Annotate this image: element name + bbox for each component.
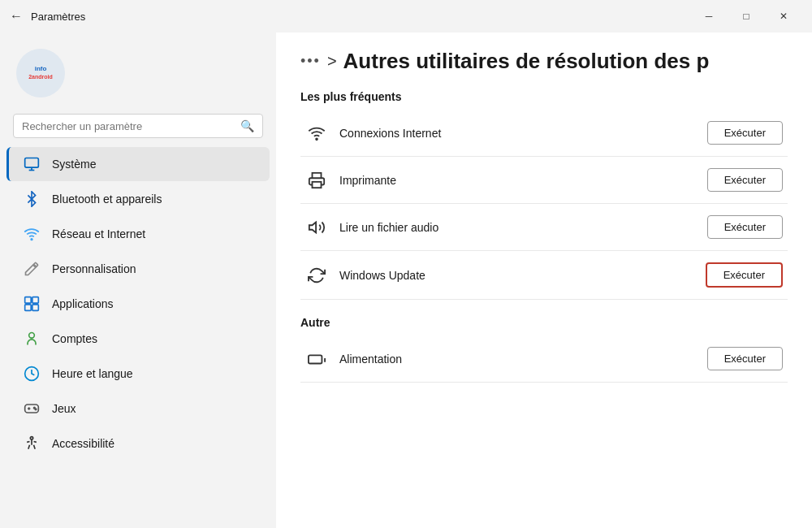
executer-button-connexions-internet[interactable]: Exécuter (707, 121, 783, 145)
section-title-autre: Autre (300, 316, 788, 329)
item-row-connexions-internet: Connexions InternetExécuter (300, 110, 788, 157)
search-input[interactable] (22, 120, 234, 132)
bluetooth-icon (23, 190, 41, 208)
sidebar-item-systeme[interactable]: Système (6, 147, 270, 181)
svg-point-14 (35, 409, 37, 410)
breadcrumb-arrow: > (327, 52, 337, 71)
brush-icon (23, 260, 41, 278)
executer-button-imprimante[interactable]: Exécuter (707, 168, 783, 192)
item-label-alimentation: Alimentation (339, 353, 696, 366)
item-label-windows-update: Windows Update (339, 269, 694, 282)
svg-point-8 (29, 333, 35, 339)
sidebar-item-label-bluetooth: Bluetooth et appareils (52, 193, 162, 206)
settings-window: ← Paramètres ─ □ ✕ info 2android � (0, 0, 812, 528)
sidebar-item-jeux[interactable]: Jeux (6, 392, 270, 426)
maximize-button[interactable]: □ (728, 3, 765, 29)
svg-rect-18 (313, 181, 322, 187)
network-icon (23, 225, 41, 243)
avatar[interactable]: info 2android (16, 49, 65, 97)
svg-rect-5 (32, 297, 39, 304)
item-row-audio: Lire un fichier audioExécuter (300, 204, 788, 251)
svg-rect-20 (309, 355, 322, 363)
page-title: Autres utilitaires de résolution des p (343, 49, 710, 74)
item-label-connexions-internet: Connexions Internet (339, 127, 696, 140)
sidebar-item-label-systeme: Système (52, 158, 96, 171)
sidebar-item-label-personnalisation: Personnalisation (52, 262, 136, 275)
svg-rect-6 (25, 305, 32, 311)
sidebar-item-comptes[interactable]: Comptes (6, 322, 270, 356)
item-row-imprimante: ImprimanteExécuter (300, 157, 788, 204)
person-icon (23, 330, 41, 348)
item-label-imprimante: Imprimante (339, 174, 696, 187)
titlebar: ← Paramètres ─ □ ✕ (0, 0, 812, 32)
update-icon (305, 264, 328, 287)
svg-marker-19 (309, 222, 316, 232)
svg-rect-0 (25, 158, 39, 168)
item-row-windows-update: Windows UpdateExécuter (300, 251, 788, 300)
monitor-icon (23, 155, 41, 173)
window-title: Paramètres (31, 11, 85, 23)
apps-icon (23, 295, 41, 313)
sidebar-item-applications[interactable]: Applications (6, 287, 270, 321)
close-button[interactable]: ✕ (765, 3, 802, 29)
sidebar-item-reseau[interactable]: Réseau et Internet (6, 217, 270, 251)
sidebar-item-label-comptes: Comptes (52, 332, 97, 345)
nav-container: SystèmeBluetooth et appareilsRéseau et I… (0, 146, 276, 461)
printer-icon (305, 169, 328, 192)
sidebar-item-label-reseau: Réseau et Internet (52, 227, 145, 240)
sidebar-item-label-accessibilite: Accessibilité (52, 437, 114, 450)
item-row-alimentation: AlimentationExécuter (300, 335, 788, 383)
sidebar-item-label-heure: Heure et langue (52, 367, 133, 380)
window-controls: ─ □ ✕ (690, 3, 802, 29)
search-icon: 🔍 (240, 119, 254, 132)
accessibility-icon (23, 435, 41, 452)
section-title-frequents: Les plus fréquents (300, 90, 788, 103)
executer-button-windows-update[interactable]: Exécuter (706, 262, 783, 288)
sidebar-item-personnalisation[interactable]: Personnalisation (6, 252, 270, 286)
sidebar-item-accessibilite[interactable]: Accessibilité (6, 426, 270, 461)
executer-button-audio[interactable]: Exécuter (707, 215, 783, 239)
breadcrumb-dots: ••• (300, 53, 321, 70)
main-layout: info 2android 🔍 SystèmeBluetooth et appa… (0, 32, 812, 528)
svg-rect-4 (25, 297, 32, 304)
sections-container: Les plus fréquentsConnexions InternetExé… (300, 90, 788, 383)
executer-button-alimentation[interactable]: Exécuter (707, 347, 783, 370)
clock-icon (23, 365, 41, 383)
item-label-audio: Lire un fichier audio (339, 221, 696, 234)
sidebar: info 2android 🔍 SystèmeBluetooth et appa… (0, 32, 276, 528)
sidebar-item-bluetooth[interactable]: Bluetooth et appareils (6, 182, 270, 216)
breadcrumb: ••• > Autres utilitaires de résolution d… (300, 49, 788, 74)
avatar-logo: info 2android (28, 65, 53, 81)
svg-point-3 (31, 239, 32, 240)
search-box[interactable]: 🔍 (13, 114, 263, 138)
battery-icon (305, 348, 328, 370)
right-panel: ••• > Autres utilitaires de résolution d… (276, 32, 812, 528)
sidebar-item-label-applications: Applications (52, 297, 114, 310)
svg-point-17 (316, 138, 317, 140)
minimize-button[interactable]: ─ (690, 3, 728, 29)
sidebar-item-heure[interactable]: Heure et langue (6, 357, 270, 391)
wifi-icon (305, 122, 328, 145)
avatar-area: info 2android (0, 41, 276, 114)
games-icon (23, 400, 41, 418)
svg-point-15 (30, 437, 32, 439)
back-icon[interactable]: ← (10, 9, 23, 24)
sidebar-item-label-jeux: Jeux (52, 402, 76, 415)
svg-rect-7 (32, 305, 39, 311)
audio-icon (305, 216, 328, 239)
